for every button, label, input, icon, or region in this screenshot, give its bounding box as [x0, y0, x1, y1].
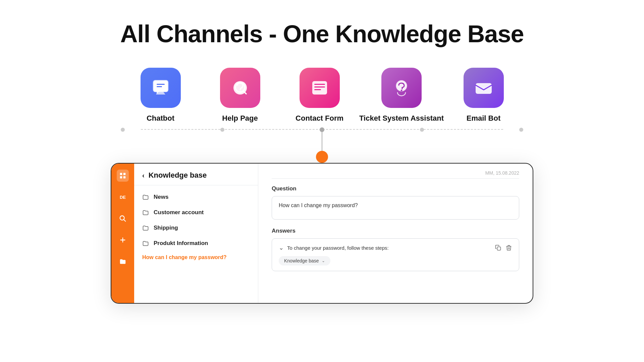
email-bot-icon	[473, 77, 494, 99]
timeline-dot-1	[121, 128, 125, 132]
svg-rect-5	[157, 86, 162, 87]
help-page-icon	[229, 77, 251, 99]
folder-icon-produkt	[142, 240, 149, 247]
nav-list: News Customer account Shipping	[134, 185, 258, 268]
help-page-label: Help Page	[222, 114, 258, 123]
nav-item-active[interactable]: How can I change my password?	[134, 251, 258, 264]
right-panel: MM, 15.08.2022 Question How can I change…	[258, 164, 533, 303]
delete-icon[interactable]	[505, 244, 512, 251]
contact-form-icon-wrap	[300, 68, 340, 108]
back-button[interactable]: ‹	[142, 172, 145, 179]
channel-email-bot[interactable]: Email Bot	[444, 68, 523, 123]
answer-text: To change your password, follow these st…	[287, 245, 389, 251]
ticket-system-icon	[391, 77, 412, 99]
svg-rect-10	[312, 81, 327, 95]
folder-icon-news	[142, 194, 149, 200]
tag-label: Knowledge base	[284, 258, 319, 263]
panel-divider	[272, 178, 519, 179]
nav-label-shipping: Shipping	[154, 225, 178, 231]
contact-form-icon	[309, 77, 330, 99]
ticket-system-icon-wrap	[381, 68, 422, 108]
tag-chevron-icon: ⌄	[322, 258, 325, 263]
nav-label-produkt: Produkt Information	[154, 240, 208, 247]
svg-rect-20	[120, 176, 122, 178]
svg-rect-19	[123, 173, 125, 175]
nav-label-news: News	[154, 194, 168, 200]
channels-row: Chatbot Help Page	[121, 68, 523, 123]
orange-connector-dot	[316, 151, 328, 163]
sidebar-plus-icon[interactable]	[117, 234, 129, 246]
page-wrapper: All Channels - One Knowledge Base	[0, 0, 644, 362]
chatbot-label: Chatbot	[147, 114, 174, 123]
left-panel: ‹ Knowledge base News Customer account	[134, 164, 258, 303]
svg-rect-18	[120, 173, 122, 175]
timeline-dot-2	[220, 128, 224, 132]
email-bot-icon-wrap	[464, 68, 504, 108]
left-panel-header: ‹ Knowledge base	[134, 164, 258, 185]
sidebar-lang-icon[interactable]: DE	[117, 191, 129, 203]
app-mockup: DE	[111, 163, 533, 304]
channel-help-page[interactable]: Help Page	[200, 68, 280, 123]
folder-icon-shipping	[142, 225, 149, 231]
copy-icon[interactable]	[495, 244, 501, 251]
answer-top-left: ⌄ To change your password, follow these …	[279, 244, 389, 251]
answer-collapse-icon[interactable]: ⌄	[279, 244, 284, 251]
chatbot-icon-wrap	[141, 68, 181, 108]
knowledge-base-tag[interactable]: Knowledge base ⌄	[279, 256, 330, 265]
answer-tag-row: Knowledge base ⌄	[279, 256, 512, 265]
svg-rect-4	[157, 84, 165, 85]
hero-title: All Channels - One Knowledge Base	[120, 20, 524, 48]
channel-chatbot[interactable]: Chatbot	[121, 68, 200, 123]
svg-rect-23	[497, 247, 501, 250]
nav-item-news[interactable]: News	[134, 189, 258, 205]
ticket-system-label: Ticket System Assistant	[359, 114, 444, 123]
nav-item-shipping[interactable]: Shipping	[134, 220, 258, 236]
help-page-icon-wrap	[220, 68, 260, 108]
chatbot-icon	[150, 77, 171, 99]
sidebar-folder-icon[interactable]	[117, 255, 129, 267]
answer-card: ⌄ To change your password, follow these …	[272, 238, 519, 271]
svg-rect-21	[123, 176, 125, 178]
svg-rect-12	[314, 86, 325, 87]
svg-rect-13	[314, 89, 321, 90]
timeline-dot-4	[420, 128, 424, 132]
email-bot-label: Email Bot	[467, 114, 500, 123]
sidebar-grid-icon[interactable]	[117, 170, 129, 182]
app-sidebar: DE	[111, 164, 134, 303]
vertical-connector	[322, 132, 322, 151]
sidebar-lang-label: DE	[120, 195, 126, 200]
nav-item-customer-account[interactable]: Customer account	[134, 205, 258, 220]
question-box[interactable]: How can I change my password?	[272, 196, 519, 220]
sidebar-search-icon[interactable]	[117, 213, 129, 225]
contact-form-label: Contact Form	[296, 114, 343, 123]
timeline-dot-5	[519, 128, 523, 132]
svg-rect-11	[314, 84, 325, 85]
answer-top-right	[495, 244, 512, 251]
channel-ticket-system[interactable]: Ticket System Assistant	[359, 68, 444, 123]
folder-icon-customer	[142, 209, 149, 216]
channel-contact-form[interactable]: Contact Form	[280, 68, 359, 123]
nav-label-customer: Customer account	[154, 209, 204, 216]
timeline-dots-row	[121, 127, 523, 132]
question-section-label: Question	[272, 185, 519, 192]
timeline-dot-center	[320, 127, 324, 132]
svg-rect-17	[476, 83, 492, 94]
answers-section-label: Answers	[272, 228, 519, 234]
date-label: MM, 15.08.2022	[272, 170, 519, 176]
nav-item-produkt-info[interactable]: Produkt Information	[134, 236, 258, 251]
knowledge-base-title: Knowledge base	[149, 171, 207, 180]
answer-top-row: ⌄ To change your password, follow these …	[279, 244, 512, 251]
